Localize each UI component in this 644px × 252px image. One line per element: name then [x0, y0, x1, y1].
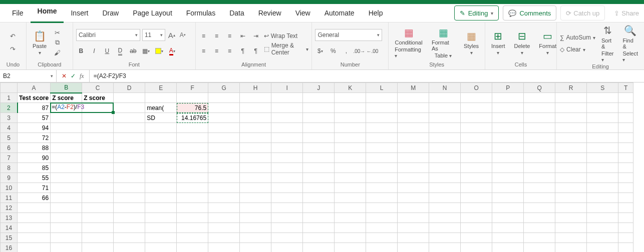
cell-R2[interactable] [555, 103, 587, 113]
cell-R7[interactable] [555, 153, 587, 163]
tab-draw[interactable]: Draw [95, 4, 126, 22]
cell-F8[interactable] [177, 163, 208, 173]
cell-F4[interactable] [177, 123, 208, 133]
cell-N6[interactable] [429, 143, 461, 153]
merge-center-button[interactable]: ⬚Merge & Center▾ [264, 44, 309, 54]
cell-M3[interactable] [398, 113, 429, 123]
cell-I10[interactable] [271, 183, 303, 193]
cell-C14[interactable] [82, 223, 114, 233]
cell-O7[interactable] [461, 153, 492, 163]
cell-T13[interactable] [618, 213, 633, 223]
increase-indent-button[interactable]: ⇥ [251, 31, 261, 41]
cell-A15[interactable] [18, 233, 51, 243]
cell-M10[interactable] [398, 183, 429, 193]
cell-S6[interactable] [587, 143, 618, 153]
cell-C10[interactable] [82, 183, 114, 193]
cell-K3[interactable] [335, 113, 366, 123]
font-name-select[interactable]: Calibri▾ [76, 29, 140, 41]
double-underline-button[interactable]: D [115, 46, 125, 56]
cell-L15[interactable] [366, 233, 398, 243]
cell-P10[interactable] [492, 183, 524, 193]
col-header-J[interactable]: J [303, 83, 335, 93]
cell-H15[interactable] [240, 233, 271, 243]
cell-F2[interactable]: 76.5 [177, 103, 208, 113]
cell-K8[interactable] [335, 163, 366, 173]
bold-button[interactable]: B [76, 46, 86, 56]
underline-button[interactable]: U [102, 46, 112, 56]
cell-N4[interactable] [429, 123, 461, 133]
cell-F10[interactable] [177, 183, 208, 193]
cell-K5[interactable] [335, 133, 366, 143]
align-middle-button[interactable]: ≡ [212, 31, 222, 41]
cell-C15[interactable] [82, 233, 114, 243]
cell-M6[interactable] [398, 143, 429, 153]
row-header-3[interactable]: 3 [1, 113, 18, 123]
cell-M8[interactable] [398, 163, 429, 173]
cell-J5[interactable] [303, 133, 335, 143]
cell-S2[interactable] [587, 103, 618, 113]
cell-P12[interactable] [492, 203, 524, 213]
cell-Q9[interactable] [524, 173, 555, 183]
tab-review[interactable]: Review [251, 4, 288, 22]
cell-F6[interactable] [177, 143, 208, 153]
cell-P4[interactable] [492, 123, 524, 133]
cell-O14[interactable] [461, 223, 492, 233]
sort-filter-button[interactable]: ⇅Sort &Filter ▾ [598, 24, 616, 64]
cell-A12[interactable] [18, 203, 51, 213]
cell-B14[interactable] [51, 223, 82, 233]
delete-cells-button[interactable]: ⊟Delete▾ [511, 29, 533, 56]
cell-K6[interactable] [335, 143, 366, 153]
cell-T11[interactable] [618, 193, 633, 203]
editing-mode-button[interactable]: ✎ Editing ▾ [454, 6, 499, 20]
cell-D5[interactable] [114, 133, 145, 143]
cell-T2[interactable] [618, 103, 633, 113]
cell-R1[interactable] [555, 93, 587, 103]
cell-G9[interactable] [208, 173, 240, 183]
cell-H11[interactable] [240, 193, 271, 203]
cell-N5[interactable] [429, 133, 461, 143]
cell-I7[interactable] [271, 153, 303, 163]
cell-A5[interactable]: 72 [18, 133, 51, 143]
cell-H5[interactable] [240, 133, 271, 143]
cell-B7[interactable] [51, 153, 82, 163]
cell-R11[interactable] [555, 193, 587, 203]
cell-L7[interactable] [366, 153, 398, 163]
cell-B12[interactable] [51, 203, 82, 213]
cell-K13[interactable] [335, 213, 366, 223]
cell-L2[interactable] [366, 103, 398, 113]
cell-L9[interactable] [366, 173, 398, 183]
percent-button[interactable]: % [328, 46, 338, 56]
row-header-5[interactable]: 5 [1, 133, 18, 143]
cell-P1[interactable] [492, 93, 524, 103]
cell-G4[interactable] [208, 123, 240, 133]
cell-T16[interactable] [618, 243, 633, 252]
tab-data[interactable]: Data [222, 4, 251, 22]
cell-F16[interactable] [177, 243, 208, 252]
worksheet-grid[interactable]: ABCDEFGHIJKLMNOPQRST1Test scoreZ scoreZ … [0, 82, 644, 252]
decrease-font-button[interactable]: A▾ [178, 30, 187, 40]
cell-S7[interactable] [587, 153, 618, 163]
cell-G12[interactable] [208, 203, 240, 213]
conditional-formatting-button[interactable]: ▦ Conditional Formatting ▾ [392, 26, 426, 60]
cell-C16[interactable] [82, 243, 114, 252]
cell-P2[interactable] [492, 103, 524, 113]
cell-R14[interactable] [555, 223, 587, 233]
cell-N11[interactable] [429, 193, 461, 203]
cell-J2[interactable] [303, 103, 335, 113]
cell-S4[interactable] [587, 123, 618, 133]
cell-G3[interactable] [208, 113, 240, 123]
cell-D10[interactable] [114, 183, 145, 193]
currency-button[interactable]: $▾ [315, 46, 325, 56]
cell-T6[interactable] [618, 143, 633, 153]
cancel-formula-button[interactable]: ✕ [62, 72, 67, 80]
cell-F14[interactable] [177, 223, 208, 233]
cell-I4[interactable] [271, 123, 303, 133]
tab-view[interactable]: View [288, 4, 317, 22]
cell-C2[interactable] [82, 103, 114, 113]
row-header-2[interactable]: 2 [1, 103, 18, 113]
cell-G2[interactable] [208, 103, 240, 113]
cell-Q14[interactable] [524, 223, 555, 233]
row-header-10[interactable]: 10 [1, 183, 18, 193]
cell-H13[interactable] [240, 213, 271, 223]
align-left-button[interactable]: ≡ [199, 46, 209, 56]
